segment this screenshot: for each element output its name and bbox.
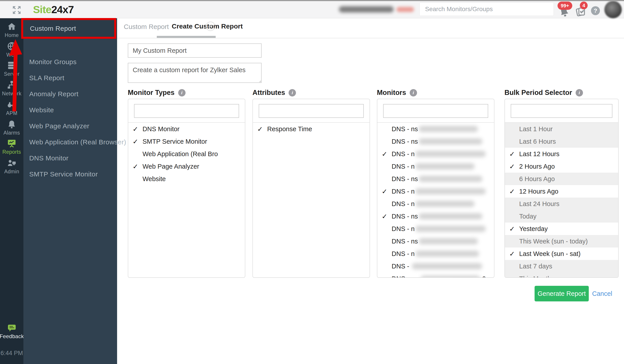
monitor-option[interactable]: DNS - ns [377, 235, 494, 248]
reports-chart-icon [7, 138, 17, 148]
help-icon[interactable]: ? [591, 6, 600, 15]
tab-custom-report[interactable]: Custom Report [124, 23, 169, 30]
period-option[interactable]: Last 24 Hours [505, 198, 618, 210]
monitors-panel: DNS - ns DNS - ns DNS - n DNS - n [377, 99, 494, 278]
info-icon[interactable] [576, 89, 583, 96]
nav-item-apm[interactable]: APM [0, 100, 24, 116]
submenu-item-label: SLA Report [29, 74, 64, 82]
submenu-item[interactable]: SLA Report [24, 70, 117, 86]
monitor-option[interactable]: DNS - n [377, 248, 494, 260]
submenu-item[interactable]: DNS Monitor [24, 150, 117, 166]
monitor-option[interactable]: DNS - ns [377, 210, 494, 223]
nav-item-home[interactable]: Home [0, 22, 24, 38]
user-avatar[interactable] [604, 1, 622, 18]
redacted-text [412, 263, 482, 269]
nav-item-server[interactable]: Server [0, 61, 24, 77]
info-icon[interactable] [178, 89, 185, 96]
period-option[interactable]: Today [505, 210, 618, 223]
monitor-option[interactable]: DNS - n [377, 185, 494, 198]
monitor-option[interactable]: DNS - n [377, 148, 494, 160]
period-option[interactable]: This Month [505, 273, 618, 277]
nav-item-reports[interactable]: Reports [0, 138, 24, 155]
monitor-type-option[interactable]: Website [128, 173, 245, 185]
period-option[interactable]: Last 6 Hours [505, 135, 618, 148]
option-label: DNS - n [392, 250, 415, 257]
nav-item-alarms[interactable]: Alarms [0, 119, 24, 136]
monitor-option[interactable]: DNS - ns- 0 [377, 273, 494, 277]
attribute-option[interactable]: Response Time [253, 123, 369, 135]
monitor-types-filter-input[interactable] [134, 104, 239, 118]
period-option[interactable]: Last Week (sun - sat) [505, 248, 618, 260]
monitor-option[interactable]: DNS - n [377, 160, 494, 173]
period-option[interactable]: Last 1 Hour [505, 123, 618, 135]
tab-close-icon[interactable] [206, 22, 215, 31]
period-option[interactable]: 12 Hours Ago [505, 185, 618, 198]
submenu-item[interactable]: SMTP Service Monitor [24, 166, 117, 182]
report-description-textarea[interactable]: Create a custom report for Zylker Sales [128, 63, 261, 83]
site24x7-logo[interactable]: Site24x7 [33, 3, 74, 16]
tasks-count-badge[interactable]: 4 [580, 1, 588, 9]
period-option[interactable]: Last 12 Hours [505, 148, 618, 160]
monitor-type-option[interactable]: Web Page Analyzer [128, 160, 245, 173]
network-icon [7, 80, 17, 90]
info-icon[interactable] [410, 89, 417, 96]
submenu-item[interactable]: Web Page Analyzer [24, 118, 117, 134]
monitor-type-option[interactable]: SMTP Service Monitor [128, 135, 245, 148]
period-option[interactable]: Last 7 days [505, 260, 618, 273]
monitor-type-option[interactable]: DNS Monitor [128, 123, 245, 135]
nav-item-web[interactable]: Web [0, 42, 24, 58]
logo-suffix: 24x7 [51, 3, 74, 15]
option-label: Last Week (sun - sat) [519, 250, 580, 257]
check-icon [505, 163, 519, 170]
option-label: DNS Monitor [143, 125, 180, 133]
option-label: DNS - [392, 263, 411, 270]
info-icon[interactable] [288, 89, 296, 96]
window-chrome-strip [0, 0, 624, 1]
monitor-option[interactable]: DNS - [377, 260, 494, 273]
nav-label: APM [6, 110, 17, 116]
period-option[interactable]: 6 Hours Ago [505, 173, 618, 185]
attributes-filter-input[interactable] [259, 104, 364, 118]
cancel-link[interactable]: Cancel [592, 290, 612, 297]
column-header-monitors: Monitors [377, 89, 417, 97]
nav-label: Reports [2, 149, 21, 155]
nav-item-network[interactable]: Network [0, 80, 24, 97]
period-option[interactable]: This Week (sun - today) [505, 235, 618, 248]
option-label: DNS - ns [392, 138, 418, 145]
column-title: Monitor Types [128, 89, 175, 97]
option-label: Web Page Analyzer [143, 163, 199, 170]
option-label: This Month [519, 275, 551, 277]
monitor-types-list: DNS Monitor SMTP Service Monitor Web App… [128, 122, 245, 277]
nav-item-admin[interactable]: Admin [0, 158, 24, 175]
redacted-text [419, 238, 478, 244]
submenu-item-custom-report-highlighted[interactable]: Custom Report [21, 18, 116, 39]
bulk-period-filter-input[interactable] [511, 104, 612, 118]
monitors-filter-input[interactable] [383, 104, 488, 118]
monitor-type-option[interactable]: Web Application (Real Bro [128, 148, 245, 160]
monitor-option[interactable]: DNS - n [377, 223, 494, 235]
expand-nav-icon[interactable] [12, 5, 22, 15]
column-title: Monitors [377, 89, 406, 97]
submenu-item[interactable]: Website [24, 102, 117, 118]
notifications-count-badge[interactable]: 99+ [558, 1, 572, 10]
generate-report-button[interactable]: Generate Report [535, 286, 589, 301]
submenu-item-label: SMTP Service Monitor [29, 170, 98, 178]
feedback-button[interactable]: Feedback [0, 324, 24, 340]
period-option[interactable]: 2 Hours Ago [505, 160, 618, 173]
check-icon [377, 150, 392, 158]
redacted-text [419, 176, 482, 182]
submenu-item[interactable]: Monitor Groups [24, 54, 117, 70]
monitor-option[interactable]: DNS - n [377, 198, 494, 210]
submenu-item[interactable]: Web Application (Real Browser) [24, 134, 117, 150]
period-option[interactable]: Yesterday [505, 223, 618, 235]
column-title: Attributes [253, 89, 285, 97]
check-icon [505, 225, 519, 233]
monitor-option[interactable]: DNS - ns [377, 123, 494, 135]
feedback-bubble-icon [7, 324, 17, 332]
submenu-item-label: Anomaly Report [29, 90, 78, 98]
report-name-input[interactable] [128, 44, 261, 58]
submenu-item[interactable]: Anomaly Report [24, 86, 117, 102]
monitor-option[interactable]: DNS - ns [377, 173, 494, 185]
search-input[interactable] [419, 2, 554, 16]
monitor-option[interactable]: DNS - ns [377, 135, 494, 148]
